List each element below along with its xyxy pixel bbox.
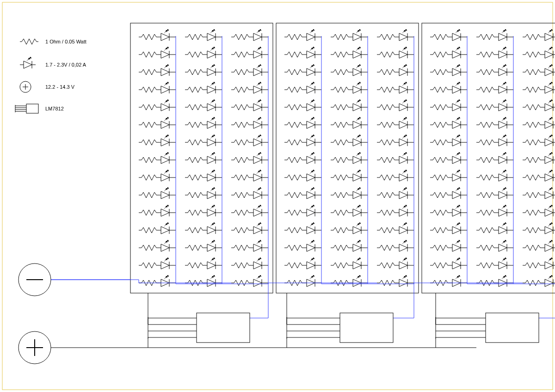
legend-source-label: 12.2 - 14.3 V bbox=[45, 84, 75, 90]
regulator bbox=[486, 313, 539, 343]
legend-regulator-label: LM7812 bbox=[45, 106, 64, 111]
regulator bbox=[197, 313, 250, 343]
circuit-diagram: 1 Ohm / 0.05 Watt 1.7 - 2.3V / 0,02 A 12… bbox=[0, 0, 555, 392]
legend-resistor-label: 1 Ohm / 0.05 Watt bbox=[45, 39, 86, 44]
outer-frame bbox=[2, 2, 553, 390]
positive-terminal bbox=[18, 331, 51, 364]
legend-led-label: 1.7 - 2.3V / 0,02 A bbox=[45, 62, 86, 67]
negative-terminal bbox=[18, 263, 51, 296]
regulator bbox=[340, 313, 393, 343]
